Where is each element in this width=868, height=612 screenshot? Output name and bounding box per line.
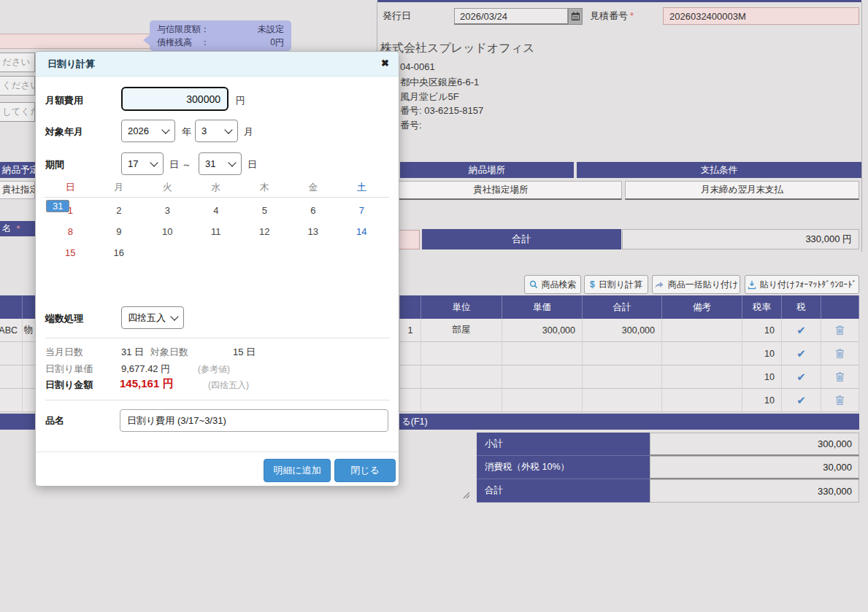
calendar-day[interactable]: 15 [46,242,95,263]
calendar-day [192,242,241,263]
close-icon[interactable]: ✖ [381,58,389,69]
calendar-day[interactable]: 14 [337,221,386,242]
period-from-select[interactable]: 17 [121,152,164,175]
cell-note[interactable] [662,319,742,342]
cell-total[interactable] [583,342,662,365]
cell-tax[interactable]: ✔ [782,319,821,342]
cell-total[interactable] [583,365,662,389]
cell-note[interactable] [662,389,742,412]
cell-tax-rate[interactable]: 10 [742,319,782,342]
paste-format-download-button[interactable]: 貼り付けﾌｫｰﾏｯﾄﾀﾞｳﾝﾛｰﾄﾞ [745,275,859,294]
trash-icon[interactable] [835,395,845,406]
clipped-input[interactable]: ください [0,76,35,96]
calendar-day [289,242,338,263]
cell-total[interactable] [583,389,662,412]
cell-tax-rate[interactable]: 10 [742,389,782,412]
cell-unit-price[interactable] [502,389,583,412]
calendar-day[interactable]: 6 [289,200,338,221]
month-select[interactable]: 3 [195,120,238,142]
cell-item-code[interactable] [0,342,23,365]
cell-tax[interactable]: ✔ [782,365,821,389]
chevron-down-icon [161,125,169,133]
cell-note[interactable] [662,342,742,365]
calendar-day[interactable]: 2 [95,200,144,221]
clipped-input[interactable]: ださい [0,53,35,72]
tax-check-icon[interactable]: ✔ [796,394,806,407]
rounding-select[interactable]: 四捨五入 [121,306,184,329]
calendar-day[interactable]: 31 [46,200,69,212]
cell-unit[interactable] [421,365,502,389]
calendar-day[interactable]: 7 [337,200,386,221]
daily-calc-button[interactable]: $ 日割り計算 [584,275,648,294]
calendar-day[interactable]: 3 [143,200,192,221]
cell-unit[interactable] [421,389,502,412]
calendar-day[interactable]: 9 [95,221,144,242]
issue-date-input[interactable]: 2026/03/24 [454,8,568,25]
monthly-fee-input[interactable]: 300000 [121,87,228,111]
cell-item-code[interactable] [0,365,23,389]
cell-delete[interactable] [821,389,859,412]
day-unit: 日 [247,158,257,171]
calendar-day[interactable]: 4 [192,200,241,221]
calendar-day[interactable]: 16 [95,242,144,263]
period-to-select[interactable]: 31 [199,152,242,175]
calendar-icon [571,12,580,21]
trash-icon[interactable] [835,371,845,382]
cell-total[interactable]: 300,000 [583,319,662,342]
issue-date-label: 発行日 [383,9,411,23]
cell-tax-rate[interactable]: 10 [742,342,782,365]
cell-unit[interactable]: 部屋 [421,319,502,342]
cell-unit-price[interactable] [502,342,583,365]
tax-check-icon[interactable]: ✔ [796,324,806,337]
total-label: 合計 [477,479,650,503]
date-picker-button[interactable] [568,8,583,25]
item-name-input[interactable]: 日割り費用 (3/17~3/31) [120,409,388,432]
cell-tax[interactable]: ✔ [782,342,821,365]
add-to-details-button[interactable]: 明細に追加 [264,459,331,482]
subtotal-label: 小計 [477,433,650,456]
cell-unit-price[interactable]: 300,000 [502,319,583,342]
trash-icon[interactable] [835,348,845,359]
resize-handle[interactable] [461,490,470,501]
panel-top-border [377,0,861,2]
issue-date-value: 2026/03/24 [460,11,507,22]
delivery-place-field[interactable]: 貴社指定場所 [380,181,622,200]
year-select[interactable]: 2026 [121,120,175,142]
cell-delete[interactable] [821,365,859,389]
chevron-down-icon [224,125,232,133]
calendar-day [143,242,192,263]
calendar-day[interactable]: 10 [143,221,192,242]
cell-item-code[interactable]: ABC [0,319,23,342]
quote-no-input[interactable]: 2026032400003M [663,7,859,25]
calendar-day[interactable]: 13 [289,221,338,242]
calendar-day[interactable]: 11 [192,221,241,242]
tax-check-icon[interactable]: ✔ [796,371,806,384]
calendar-day[interactable]: 12 [240,221,289,242]
chevron-down-icon [228,158,236,166]
calendar-day[interactable]: 8 [46,221,95,242]
payment-terms-field[interactable]: 月末締め翌月末支払 [625,181,859,200]
cell-unit[interactable] [421,342,502,365]
credit-limit-label: 与信限度額： [157,23,210,36]
monthly-fee-label: 月額費用 [45,94,83,107]
cell-delete[interactable] [821,319,859,342]
cell-item-code[interactable] [0,389,23,412]
calendar-grid: 1234567891011121314151617181920212223242… [46,200,386,263]
calendar-day[interactable]: 5 [240,200,289,221]
cell-unit-price[interactable] [502,365,583,389]
close-button[interactable]: 閉じる [334,459,396,482]
trash-icon[interactable] [835,325,845,336]
cell-note[interactable] [662,365,742,389]
bulk-paste-button[interactable]: 商品一括貼り付け [652,275,740,294]
product-search-button[interactable]: 商品検索 [524,275,581,294]
clipped-input[interactable]: してくだ [0,102,35,122]
cell-tax[interactable]: ✔ [782,389,821,412]
cell-tax-rate[interactable]: 10 [742,365,782,389]
item-name-header-fragment: 名 * [0,221,35,236]
tax-check-icon[interactable]: ✔ [796,347,806,360]
delivery-schedule-header-fragment: 納品予定 [0,162,35,178]
cell-delete[interactable] [821,342,859,365]
address-line: 04-0061 [400,61,435,72]
panel-left-border [377,2,377,51]
delivery-value-fragment[interactable]: 貴社指定 [0,181,35,199]
